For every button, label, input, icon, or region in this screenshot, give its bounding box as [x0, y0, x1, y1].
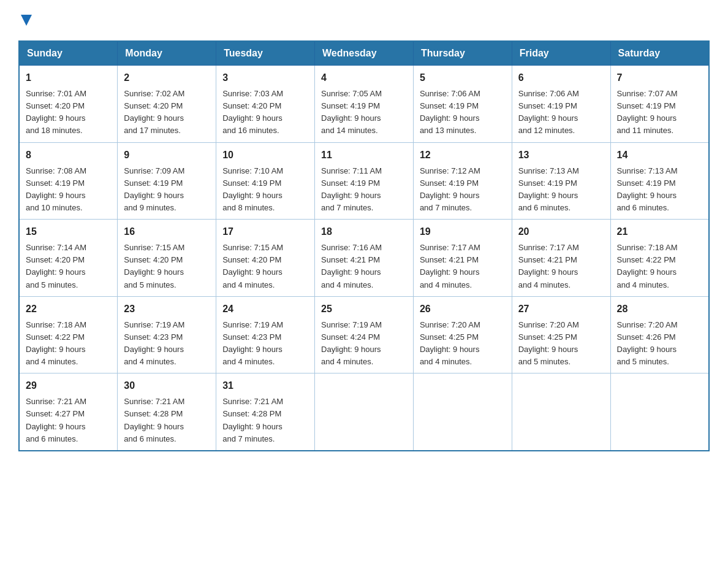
day-number: 2 [124, 71, 210, 85]
day-number: 15 [26, 224, 111, 239]
day-info: Sunrise: 7:17 AMSunset: 4:21 PMDaylight:… [518, 242, 604, 291]
table-row: 12Sunrise: 7:12 AMSunset: 4:19 PMDayligh… [413, 142, 512, 220]
day-info: Sunrise: 7:06 AMSunset: 4:19 PMDaylight:… [420, 88, 506, 137]
table-row: 19Sunrise: 7:17 AMSunset: 4:21 PMDayligh… [413, 220, 512, 297]
day-number: 4 [321, 71, 407, 85]
day-info: Sunrise: 7:08 AMSunset: 4:19 PMDaylight:… [26, 165, 111, 215]
calendar-week-row: 15Sunrise: 7:14 AMSunset: 4:20 PMDayligh… [19, 220, 709, 297]
calendar-week-row: 8Sunrise: 7:08 AMSunset: 4:19 PMDaylight… [19, 142, 709, 220]
day-number: 17 [222, 224, 308, 239]
table-row: 14Sunrise: 7:13 AMSunset: 4:19 PMDayligh… [610, 142, 709, 220]
day-info: Sunrise: 7:11 AMSunset: 4:19 PMDaylight:… [321, 165, 407, 215]
table-row: 30Sunrise: 7:21 AMSunset: 4:28 PMDayligh… [118, 373, 216, 451]
table-row: 28Sunrise: 7:20 AMSunset: 4:26 PMDayligh… [610, 296, 709, 373]
day-number: 29 [26, 378, 111, 393]
table-row: 7Sunrise: 7:07 AMSunset: 4:19 PMDaylight… [610, 66, 709, 143]
day-info: Sunrise: 7:20 AMSunset: 4:26 PMDaylight:… [617, 319, 702, 369]
table-row: 15Sunrise: 7:14 AMSunset: 4:20 PMDayligh… [19, 220, 118, 297]
table-row [413, 373, 512, 451]
day-info: Sunrise: 7:09 AMSunset: 4:19 PMDaylight:… [124, 165, 210, 215]
day-info: Sunrise: 7:06 AMSunset: 4:19 PMDaylight:… [518, 88, 604, 137]
day-info: Sunrise: 7:19 AMSunset: 4:23 PMDaylight:… [222, 319, 308, 369]
day-number: 16 [124, 224, 210, 239]
day-number: 30 [124, 378, 210, 393]
day-number: 7 [617, 71, 702, 85]
day-number: 21 [617, 224, 702, 239]
logo [18, 15, 32, 29]
table-row: 27Sunrise: 7:20 AMSunset: 4:25 PMDayligh… [512, 296, 610, 373]
col-header-monday: Monday [118, 41, 216, 66]
day-number: 11 [321, 148, 407, 163]
day-number: 25 [321, 302, 407, 316]
table-row: 29Sunrise: 7:21 AMSunset: 4:27 PMDayligh… [19, 373, 118, 451]
day-number: 13 [518, 148, 604, 163]
col-header-friday: Friday [512, 41, 610, 66]
day-info: Sunrise: 7:07 AMSunset: 4:19 PMDaylight:… [617, 88, 702, 137]
day-number: 18 [321, 224, 407, 239]
day-info: Sunrise: 7:17 AMSunset: 4:21 PMDaylight:… [420, 242, 506, 291]
day-number: 5 [420, 71, 506, 85]
day-info: Sunrise: 7:20 AMSunset: 4:25 PMDaylight:… [420, 319, 506, 369]
page-header [18, 15, 710, 29]
table-row: 1Sunrise: 7:01 AMSunset: 4:20 PMDaylight… [19, 66, 118, 143]
day-number: 20 [518, 224, 604, 239]
table-row: 13Sunrise: 7:13 AMSunset: 4:19 PMDayligh… [512, 142, 610, 220]
day-info: Sunrise: 7:03 AMSunset: 4:20 PMDaylight:… [222, 88, 308, 137]
col-header-thursday: Thursday [413, 41, 512, 66]
table-row [315, 373, 414, 451]
day-info: Sunrise: 7:14 AMSunset: 4:20 PMDaylight:… [26, 242, 111, 291]
table-row: 11Sunrise: 7:11 AMSunset: 4:19 PMDayligh… [315, 142, 414, 220]
table-row: 4Sunrise: 7:05 AMSunset: 4:19 PMDaylight… [315, 66, 414, 143]
day-info: Sunrise: 7:18 AMSunset: 4:22 PMDaylight:… [26, 319, 111, 369]
day-info: Sunrise: 7:19 AMSunset: 4:24 PMDaylight:… [321, 319, 407, 369]
day-number: 1 [26, 71, 111, 85]
day-number: 10 [222, 148, 308, 163]
col-header-wednesday: Wednesday [315, 41, 414, 66]
table-row: 5Sunrise: 7:06 AMSunset: 4:19 PMDaylight… [413, 66, 512, 143]
table-row [512, 373, 610, 451]
table-row: 9Sunrise: 7:09 AMSunset: 4:19 PMDaylight… [118, 142, 216, 220]
day-info: Sunrise: 7:15 AMSunset: 4:20 PMDaylight:… [124, 242, 210, 291]
day-info: Sunrise: 7:01 AMSunset: 4:20 PMDaylight:… [26, 88, 111, 137]
day-info: Sunrise: 7:13 AMSunset: 4:19 PMDaylight:… [617, 165, 702, 215]
day-number: 9 [124, 148, 210, 163]
table-row: 3Sunrise: 7:03 AMSunset: 4:20 PMDaylight… [216, 66, 315, 143]
day-number: 3 [222, 71, 308, 85]
day-number: 12 [420, 148, 506, 163]
table-row: 24Sunrise: 7:19 AMSunset: 4:23 PMDayligh… [216, 296, 315, 373]
day-number: 8 [26, 148, 111, 163]
table-row: 6Sunrise: 7:06 AMSunset: 4:19 PMDaylight… [512, 66, 610, 143]
table-row: 26Sunrise: 7:20 AMSunset: 4:25 PMDayligh… [413, 296, 512, 373]
svg-marker-0 [21, 15, 32, 26]
col-header-sunday: Sunday [19, 41, 118, 66]
day-number: 27 [518, 302, 604, 316]
day-info: Sunrise: 7:21 AMSunset: 4:28 PMDaylight:… [222, 396, 308, 445]
col-header-tuesday: Tuesday [216, 41, 315, 66]
calendar-table: SundayMondayTuesdayWednesdayThursdayFrid… [18, 40, 710, 451]
calendar-header-row: SundayMondayTuesdayWednesdayThursdayFrid… [19, 41, 709, 66]
table-row: 22Sunrise: 7:18 AMSunset: 4:22 PMDayligh… [19, 296, 118, 373]
table-row: 18Sunrise: 7:16 AMSunset: 4:21 PMDayligh… [315, 220, 414, 297]
day-number: 14 [617, 148, 702, 163]
day-number: 24 [222, 302, 308, 316]
table-row: 17Sunrise: 7:15 AMSunset: 4:20 PMDayligh… [216, 220, 315, 297]
day-info: Sunrise: 7:20 AMSunset: 4:25 PMDaylight:… [518, 319, 604, 369]
day-info: Sunrise: 7:21 AMSunset: 4:28 PMDaylight:… [124, 396, 210, 445]
calendar-week-row: 1Sunrise: 7:01 AMSunset: 4:20 PMDaylight… [19, 66, 709, 143]
day-info: Sunrise: 7:19 AMSunset: 4:23 PMDaylight:… [124, 319, 210, 369]
col-header-saturday: Saturday [610, 41, 709, 66]
logo-blue-part [18, 15, 32, 29]
day-info: Sunrise: 7:16 AMSunset: 4:21 PMDaylight:… [321, 242, 407, 291]
calendar-week-row: 29Sunrise: 7:21 AMSunset: 4:27 PMDayligh… [19, 373, 709, 451]
table-row: 31Sunrise: 7:21 AMSunset: 4:28 PMDayligh… [216, 373, 315, 451]
day-info: Sunrise: 7:15 AMSunset: 4:20 PMDaylight:… [222, 242, 308, 291]
day-info: Sunrise: 7:02 AMSunset: 4:20 PMDaylight:… [124, 88, 210, 137]
table-row: 23Sunrise: 7:19 AMSunset: 4:23 PMDayligh… [118, 296, 216, 373]
day-info: Sunrise: 7:12 AMSunset: 4:19 PMDaylight:… [420, 165, 506, 215]
day-number: 28 [617, 302, 702, 316]
day-info: Sunrise: 7:13 AMSunset: 4:19 PMDaylight:… [518, 165, 604, 215]
table-row: 20Sunrise: 7:17 AMSunset: 4:21 PMDayligh… [512, 220, 610, 297]
table-row: 25Sunrise: 7:19 AMSunset: 4:24 PMDayligh… [315, 296, 414, 373]
table-row [610, 373, 709, 451]
table-row: 8Sunrise: 7:08 AMSunset: 4:19 PMDaylight… [19, 142, 118, 220]
